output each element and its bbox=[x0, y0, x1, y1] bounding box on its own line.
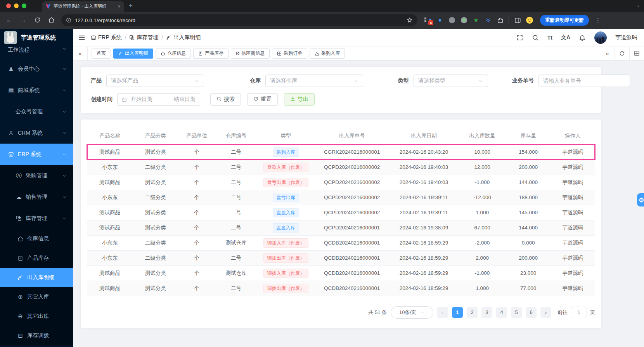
collapse-menu-icon[interactable] bbox=[78, 34, 85, 41]
font-size-icon[interactable]: Tt bbox=[547, 35, 552, 41]
column-header: 操作人 bbox=[551, 127, 595, 144]
export-button[interactable]: 导出 bbox=[284, 93, 315, 106]
extensions-puzzle-icon[interactable] bbox=[497, 17, 504, 24]
sidebar-item-product-stock[interactable]: 产品库存 bbox=[0, 248, 73, 268]
table-row[interactable]: 测试商品测试分类个二号盘亏出库（作废）QCPD20240216000002202… bbox=[87, 175, 595, 190]
tab-purchase-in[interactable]: 采购入库 bbox=[310, 49, 345, 59]
next-page-button[interactable]: › bbox=[540, 307, 551, 318]
reload-button[interactable] bbox=[32, 16, 43, 24]
notification-bell-icon[interactable] bbox=[579, 34, 586, 41]
page-button-6[interactable]: 6 bbox=[526, 307, 537, 318]
breadcrumb-item-stock-record[interactable]: 出入库明细 bbox=[166, 34, 201, 41]
page-unit-label: 页 bbox=[590, 309, 595, 316]
window-minimize-button[interactable] bbox=[14, 3, 19, 8]
sidebar-item-other-out[interactable]: ⊖其它出库 bbox=[0, 307, 73, 326]
bookmark-star-icon[interactable] bbox=[407, 17, 415, 23]
url-text: 127.0.0.1/erp/stock/record bbox=[75, 17, 403, 23]
table-row[interactable]: 测试商品测试分类个二号调拨出库（作废）QCDB20240216000001202… bbox=[87, 281, 595, 296]
sidebar-item-official-account[interactable]: 公众号管理 bbox=[0, 101, 73, 122]
reset-button[interactable]: 重置 bbox=[247, 93, 278, 106]
table-row[interactable]: 小东东二级分类个测试仓库调拨入库（作废）QCDB2024021600000120… bbox=[87, 235, 595, 250]
sidebar-item-crm-system[interactable]: ♙CRM 系统 bbox=[0, 122, 73, 144]
home-button[interactable] bbox=[46, 16, 57, 24]
tab-search-chevron-icon[interactable]: ⌄ bbox=[637, 3, 640, 8]
new-tab-button[interactable]: + bbox=[129, 2, 133, 10]
table-row[interactable]: 小东东二级分类个二号调拨出库（作废）QCDB202402160000012024… bbox=[87, 250, 595, 265]
extension-badged-icon[interactable]: ♦ 6 bbox=[424, 17, 431, 24]
sidebar-item-stock-record[interactable]: 出入库明细 bbox=[0, 268, 73, 287]
tab-close-icon[interactable]: × bbox=[118, 3, 121, 9]
table-row[interactable]: 测试商品测试分类个二号盘盈入库QCPD202402160000022024-02… bbox=[87, 205, 595, 220]
extension-star-icon[interactable]: ★ bbox=[473, 17, 480, 24]
breadcrumb-item-stock-mgmt[interactable]: 库存管理 bbox=[129, 34, 158, 41]
back-button[interactable]: ← bbox=[4, 16, 15, 24]
search-button[interactable]: 搜索 bbox=[210, 93, 241, 106]
goto-page-input[interactable] bbox=[571, 307, 587, 318]
type-select[interactable]: 请选择类型 bbox=[414, 75, 488, 87]
page-size-select[interactable]: 10条/页 bbox=[391, 306, 433, 319]
sidebar-item-erp-system[interactable]: ERP 系统 bbox=[0, 144, 73, 165]
tags-scroll-left-icon[interactable]: « bbox=[73, 47, 88, 60]
bizno-input[interactable] bbox=[543, 75, 625, 87]
sidebar-item-mall-system[interactable]: ▤商城系统 bbox=[0, 80, 73, 101]
tags-layout-icon[interactable] bbox=[629, 47, 644, 60]
table-row[interactable]: 测试商品测试分类个二号盘盈入库QCPD202402160000012024-02… bbox=[87, 220, 595, 235]
extension-green-circle-icon[interactable] bbox=[460, 17, 467, 24]
address-bar[interactable]: 127.0.0.1/erp/stock/record bbox=[61, 14, 417, 26]
sidebar-item-other-in[interactable]: ⊕其它入库 bbox=[0, 287, 73, 307]
language-icon[interactable]: 文A bbox=[561, 34, 570, 41]
sidebar-item-purchase-mgmt[interactable]: Ⓐ采购管理 bbox=[0, 165, 73, 186]
tab-home[interactable]: 首页 bbox=[92, 49, 111, 59]
window-zoom-button[interactable] bbox=[22, 3, 26, 8]
product-select[interactable]: 请选择产品 bbox=[106, 75, 204, 87]
chrome-update-button[interactable]: 重新启动即可更新 bbox=[540, 15, 589, 26]
sidebar-item-member-center[interactable]: ♟会员中心 bbox=[0, 58, 73, 80]
breadcrumb-item-erp-system[interactable]: ERP 系统 bbox=[91, 34, 121, 41]
sidebar-item-warehouse-info[interactable]: 仓库信息 bbox=[0, 229, 73, 248]
sidebar-item-sales-mgmt[interactable]: ☁销售管理 bbox=[0, 186, 73, 208]
prev-page-button[interactable]: ‹ bbox=[437, 307, 448, 318]
sidebar-item-workflow[interactable]: 工作流程 bbox=[0, 47, 73, 58]
profile-emoji-avatar[interactable]: ☺ bbox=[526, 17, 533, 24]
site-info-icon[interactable] bbox=[66, 17, 71, 23]
user-name[interactable]: 芋道源码 bbox=[615, 34, 637, 41]
page-button-1[interactable]: 1 bbox=[452, 307, 463, 318]
cell-stock-quantity: 23.000 bbox=[506, 265, 551, 281]
side-panel-icon[interactable] bbox=[514, 17, 521, 24]
tab-product-stock[interactable]: 产品库存 bbox=[193, 49, 229, 59]
cell-product-category: 二级分类 bbox=[133, 250, 178, 265]
browser-tab[interactable]: 芋道管理系统 - 出入库明细 × bbox=[42, 1, 124, 12]
page-button-3[interactable]: 3 bbox=[481, 307, 492, 318]
forward-button[interactable]: → bbox=[18, 16, 29, 24]
search-icon[interactable] bbox=[532, 34, 539, 41]
page-button-5[interactable]: 5 bbox=[511, 307, 522, 318]
tab-supplier-info[interactable]: Ø供应商信息 bbox=[231, 49, 270, 59]
user-avatar[interactable] bbox=[594, 31, 607, 44]
cell-operator: 芋道源码 bbox=[551, 250, 595, 265]
table-row[interactable]: 测试商品测试分类个测试仓库调拨入库（作废）QCDB202402160000012… bbox=[87, 265, 595, 281]
extension-gem-icon[interactable]: ♦ bbox=[436, 17, 443, 24]
sidebar-item-stock-transfer[interactable]: ⊟库存调拨 bbox=[0, 326, 73, 345]
page-button-4[interactable]: 4 bbox=[496, 307, 507, 318]
sidebar-logo-row[interactable]: 芋道管理系统 bbox=[0, 29, 73, 47]
tab-warehouse-info[interactable]: 仓库信息 bbox=[156, 49, 191, 59]
sidebar-item-stock-mgmt[interactable]: 库存管理 bbox=[0, 208, 73, 229]
breadcrumb-label: 出入库明细 bbox=[173, 34, 201, 41]
tab-stock-record[interactable]: 出入库明细 bbox=[113, 49, 153, 59]
table-row[interactable]: 小东东二级分类个二号盘亏出库QCPD202402160000022024-02-… bbox=[87, 190, 595, 205]
window-close-button[interactable] bbox=[6, 3, 11, 8]
tags-refresh-icon[interactable] bbox=[615, 47, 629, 60]
cell-record-date: 2024-02-16 18:59:29 bbox=[389, 265, 458, 281]
chrome-menu-icon[interactable]: ⋮ bbox=[595, 17, 601, 24]
create-time-range-picker[interactable]: 开始日期 – 结束日期 bbox=[117, 93, 200, 106]
theme-settings-button[interactable]: ⚙ bbox=[637, 193, 644, 206]
warehouse-select[interactable]: 请选择仓库 bbox=[265, 75, 363, 87]
table-row[interactable]: 小东东二级分类个二号盘盈入库（作废）QCPD202402160000022024… bbox=[87, 160, 595, 175]
extension-double-chevron-icon[interactable] bbox=[485, 17, 492, 24]
page-button-2[interactable]: 2 bbox=[467, 307, 478, 318]
tab-purchase-order[interactable]: 采购订单 bbox=[272, 49, 307, 59]
table-row[interactable]: 测试商品测试分类个二号采购入库CGRK202402160000012024-02… bbox=[87, 144, 595, 160]
tags-scroll-right-icon[interactable]: » bbox=[600, 47, 615, 60]
extension-gray-icon[interactable] bbox=[448, 17, 455, 24]
fullscreen-icon[interactable] bbox=[516, 34, 523, 41]
